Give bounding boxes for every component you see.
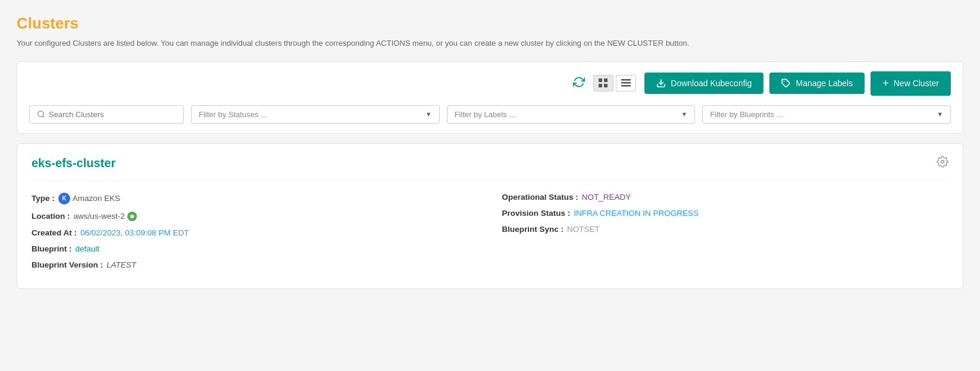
operational-status-value: NOT_READY — [582, 193, 631, 202]
new-cluster-button[interactable]: + New Cluster — [871, 71, 951, 96]
svg-point-11 — [941, 160, 944, 163]
filter-by-blueprints[interactable]: Filter by Blueprints ... ▼ — [702, 105, 951, 124]
grid-view-button[interactable] — [593, 75, 613, 92]
blueprint-version-row: Blueprint Version : LATEST — [32, 260, 478, 269]
location-status-icon — [127, 212, 137, 221]
cluster-body: Type : K Amazon EKS Location : aws/us-we… — [32, 193, 948, 276]
svg-rect-1 — [604, 78, 608, 82]
filter-by-statuses[interactable]: Filter by Statuses ... ▼ — [191, 105, 440, 124]
cluster-name[interactable]: eks-efs-cluster — [32, 156, 115, 170]
svg-rect-0 — [599, 78, 602, 82]
provision-status-row: Provision Status : INFRA CREATION IN PRO… — [502, 209, 949, 218]
page-title: Clusters — [17, 14, 963, 33]
cluster-header: eks-efs-cluster — [32, 156, 948, 181]
cluster-left: Type : K Amazon EKS Location : aws/us-we… — [32, 193, 478, 276]
search-icon — [37, 110, 45, 118]
list-view-button[interactable] — [616, 75, 636, 92]
type-row: Type : K Amazon EKS — [32, 193, 478, 205]
location-row: Location : aws/us-west-2 — [32, 212, 478, 221]
created-at-value: 06/02/2023, 03:09:08 PM EDT — [80, 228, 189, 237]
created-at-row: Created At : 06/02/2023, 03:09:08 PM EDT — [32, 228, 478, 237]
filter-by-labels[interactable]: Filter by Labels ... ▼ — [447, 105, 696, 124]
blueprint-row: Blueprint : default — [32, 244, 478, 253]
manage-labels-button[interactable]: Manage Labels — [769, 73, 865, 94]
cluster-right: Operational Status : NOT_READY Provision… — [502, 193, 949, 276]
page-description: Your configured Clusters are listed belo… — [17, 37, 963, 49]
kubernetes-icon: K — [58, 193, 70, 205]
operational-status-row: Operational Status : NOT_READY — [502, 193, 949, 202]
toolbar-top: Download Kubeconfig Manage Labels + New … — [29, 71, 951, 96]
svg-rect-5 — [621, 82, 631, 84]
location-value: aws/us-west-2 — [74, 212, 125, 221]
type-value: Amazon EKS — [73, 194, 120, 203]
search-box[interactable] — [29, 105, 184, 124]
chevron-down-icon: ▼ — [937, 111, 943, 118]
download-kubeconfig-button[interactable]: Download Kubeconfig — [644, 73, 763, 94]
blueprint-value[interactable]: default — [76, 244, 100, 253]
search-input[interactable] — [49, 110, 176, 119]
blueprint-version-value: LATEST — [107, 260, 136, 269]
blueprint-sync-row: Blueprint Sync : NOTSET — [502, 225, 949, 234]
settings-icon[interactable] — [937, 156, 948, 171]
chevron-down-icon: ▼ — [425, 111, 432, 118]
svg-rect-2 — [599, 84, 602, 87]
toolbar-filters: Filter by Statuses ... ▼ Filter by Label… — [29, 105, 951, 124]
refresh-button[interactable] — [571, 74, 587, 93]
view-toggle — [593, 75, 636, 92]
toolbar-section: Download Kubeconfig Manage Labels + New … — [17, 61, 963, 134]
svg-rect-4 — [621, 79, 631, 81]
svg-rect-3 — [604, 84, 608, 87]
cluster-card: eks-efs-cluster Type : K Amazon EKS Loca… — [17, 143, 963, 289]
chevron-down-icon: ▼ — [681, 111, 687, 118]
provision-status-value: INFRA CREATION IN PROGRESS — [574, 209, 699, 218]
blueprint-sync-value: NOTSET — [567, 225, 600, 234]
svg-line-10 — [43, 116, 45, 118]
svg-rect-6 — [621, 85, 631, 87]
